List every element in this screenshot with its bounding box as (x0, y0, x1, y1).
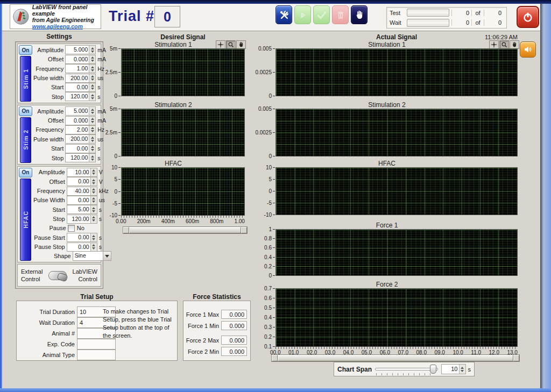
spinner[interactable] (90, 215, 97, 223)
stim1-offset-field[interactable]: 0.000 (65, 55, 96, 64)
exp-code-field[interactable] (77, 339, 116, 350)
spinner[interactable] (89, 117, 95, 125)
desired-x-scrollbar[interactable] (123, 226, 248, 234)
spinner[interactable] (89, 46, 95, 54)
window-right-edge (540, 4, 551, 388)
stim2-offset-field[interactable]: 0.000 (65, 116, 96, 125)
exp-code-label: Exp. Code (19, 341, 77, 347)
spinner[interactable] (89, 107, 95, 115)
animal-type-field[interactable] (77, 350, 116, 360)
hfac-offset-field[interactable]: 0.00 (67, 177, 97, 186)
desired-stim1-chart: Stimulation 1 5m2.5m0 (102, 41, 245, 96)
slider-handle[interactable] (430, 365, 436, 374)
stop-button[interactable] (351, 5, 368, 24)
stim1-on-button[interactable]: On (19, 45, 32, 55)
scroll-right-button[interactable] (513, 355, 519, 361)
animal-number-label: Animal # (19, 330, 77, 337)
pause-checkbox[interactable] (68, 225, 75, 232)
spinner[interactable] (89, 55, 95, 63)
hfac-frequency-field[interactable]: 40.00 (67, 187, 97, 196)
hfac-pulse-width-field[interactable]: 0.00 (67, 196, 97, 205)
delete-button[interactable] (332, 5, 349, 24)
scroll-right-button[interactable] (241, 227, 247, 233)
spinner[interactable] (459, 365, 465, 374)
plot-area (276, 48, 518, 96)
power-button[interactable] (517, 6, 539, 28)
spinner[interactable] (89, 126, 95, 134)
wait-progress-bar (407, 19, 449, 27)
spinner[interactable] (89, 154, 95, 162)
test-counter-row: Test 0 of 0 (390, 9, 504, 17)
hand-icon (354, 10, 365, 20)
spinner[interactable] (90, 243, 97, 251)
hfac-offset-label: Offset (33, 179, 67, 185)
stim2-start-label: Start (33, 145, 65, 152)
force2-min-label: Force 2 Min (185, 348, 221, 355)
hfac-pause-start-field[interactable]: 0.00 (67, 233, 97, 242)
wait-total: 0 (484, 19, 504, 26)
spinner[interactable] (89, 135, 95, 143)
external-control-label-2: Control (21, 275, 43, 283)
test-label: Test (390, 10, 405, 16)
hfac-pause-start-label: Pause Start (33, 234, 67, 241)
chart-span-field[interactable]: 10 (441, 364, 466, 374)
stim2-on-button[interactable]: On (19, 106, 32, 116)
stim2-pulse-width-field[interactable]: 200.00 (65, 134, 96, 144)
spinner[interactable] (89, 83, 95, 91)
actual-x-scrollbar[interactable] (271, 354, 520, 362)
trial-setup-button[interactable] (276, 5, 292, 24)
shape-dropdown[interactable]: Sine (73, 251, 111, 261)
stim1-start-field[interactable]: 0.00 (65, 83, 96, 92)
hfac-start-field[interactable]: 5.00 (67, 205, 97, 214)
stim1-amplitude-field[interactable]: 5.000 (65, 45, 96, 54)
stim1-stop-field[interactable]: 120.00 (65, 92, 96, 101)
run-button[interactable] (294, 5, 311, 24)
stim2-amplitude-field[interactable]: 5.000 (65, 106, 96, 116)
scroll-thumb[interactable] (278, 355, 513, 361)
stim2-frequency-field[interactable]: 2.00 (65, 125, 96, 134)
spinner[interactable] (89, 92, 95, 101)
chart-title: Stimulation 2 (102, 101, 245, 109)
spinner[interactable] (90, 233, 97, 241)
speaker-icon (523, 45, 533, 54)
spinner[interactable] (90, 168, 97, 176)
scroll-thumb[interactable] (129, 227, 241, 233)
force-statistics-title: Force Statistics (183, 293, 251, 301)
scroll-left-button[interactable] (123, 227, 129, 233)
animal-type-label: Animal Type (19, 352, 77, 358)
test-total: 0 (484, 10, 504, 16)
stim2-stop-field[interactable]: 120.00 (65, 153, 96, 162)
wait-count: 0 (451, 19, 471, 26)
chevron-down-icon[interactable] (103, 252, 111, 260)
hfac-amplitude-field[interactable]: 10.00 (67, 168, 97, 177)
brand-link[interactable]: www.agileeng.com (32, 23, 98, 30)
stim2-start-field[interactable]: 0.00 (65, 144, 96, 153)
scroll-left-button[interactable] (272, 355, 278, 361)
hfac-stop-field[interactable]: 120.00 (67, 215, 97, 224)
control-mode-toggle[interactable] (48, 271, 67, 280)
stim2-amplitude-label: Amplitude (33, 108, 65, 115)
stim1-frequency-field[interactable]: 1.00 (65, 64, 96, 73)
labview-control-label-2: Control (73, 275, 97, 283)
slider-track[interactable] (375, 368, 437, 370)
stim1-amplitude-label: Amplitude (33, 47, 65, 53)
audio-button[interactable] (520, 41, 536, 58)
chart-span-slider[interactable] (374, 364, 439, 375)
spinner[interactable] (89, 65, 95, 73)
force1-max-value: 0.000 (221, 310, 247, 319)
wait-counter-row: Wait 0 of 0 (390, 19, 504, 27)
spinner[interactable] (90, 196, 97, 204)
spinner[interactable] (90, 177, 97, 186)
front-panel: Settings On Stim 1 Amplitude5.000mA Offs… (2, 31, 540, 388)
chart-title: Stimulation 2 (256, 101, 518, 109)
spinner[interactable] (89, 145, 95, 153)
play-icon (298, 10, 308, 20)
spinner[interactable] (89, 74, 95, 82)
accept-button[interactable] (313, 5, 330, 24)
wait-of-label: of (471, 19, 484, 26)
spinner[interactable] (90, 187, 97, 195)
stim1-pulse-width-field[interactable]: 200.00 (65, 74, 96, 83)
hfac-on-button[interactable]: On (19, 168, 32, 177)
hfac-pause-stop-field[interactable]: 0.00 (67, 243, 97, 252)
spinner[interactable] (90, 205, 97, 213)
